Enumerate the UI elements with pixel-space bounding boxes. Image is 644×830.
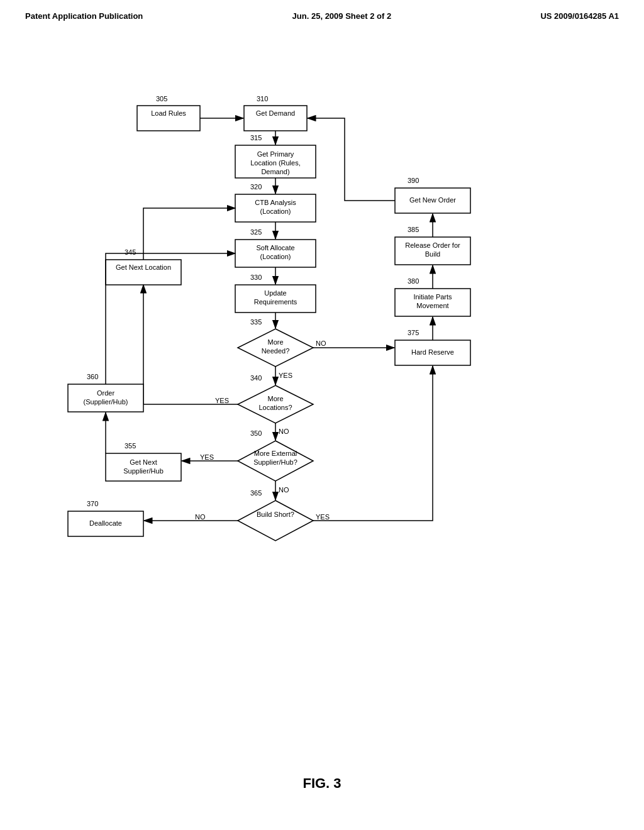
svg-text:355: 355: [125, 442, 136, 450]
svg-text:330: 330: [250, 274, 262, 281]
svg-text:Supplier/Hub?: Supplier/Hub?: [253, 458, 297, 466]
svg-text:375: 375: [408, 329, 419, 336]
svg-text:Order: Order: [97, 389, 114, 397]
svg-text:380: 380: [408, 277, 419, 285]
svg-text:325: 325: [250, 228, 262, 236]
svg-text:Build Short?: Build Short?: [257, 511, 294, 518]
svg-text:CTB Analysis: CTB Analysis: [255, 199, 296, 206]
svg-text:320: 320: [250, 183, 262, 191]
svg-text:YES: YES: [200, 453, 214, 461]
svg-text:Initiate Parts: Initiate Parts: [413, 293, 452, 301]
svg-text:Hard Reserve: Hard Reserve: [411, 348, 454, 356]
node-355: 355 Get Next Supplier/Hub: [106, 442, 181, 481]
header-center: Jun. 25, 2009 Sheet 2 of 2: [292, 11, 392, 21]
node-310: 310 Get Demand: [244, 95, 307, 131]
svg-text:Requirements: Requirements: [254, 298, 297, 306]
svg-text:YES: YES: [316, 513, 330, 521]
svg-text:(Location): (Location): [260, 253, 291, 260]
svg-text:345: 345: [125, 248, 136, 256]
svg-text:YES: YES: [215, 397, 229, 404]
svg-text:Deallocate: Deallocate: [89, 519, 122, 527]
svg-text:350: 350: [250, 429, 262, 437]
node-390: 390 Get New Order: [395, 177, 470, 213]
svg-text:340: 340: [250, 374, 262, 382]
svg-text:335: 335: [250, 318, 262, 326]
svg-text:Locations?: Locations?: [258, 404, 292, 411]
svg-text:Demand): Demand): [261, 168, 289, 175]
svg-text:YES: YES: [279, 372, 292, 379]
fig-label: FIG. 3: [0, 769, 644, 804]
svg-text:NO: NO: [195, 513, 206, 521]
svg-text:365: 365: [250, 489, 262, 497]
svg-text:Update: Update: [264, 289, 286, 297]
node-305: 305 Load Rules: [137, 95, 200, 131]
svg-text:390: 390: [408, 177, 419, 184]
svg-text:310: 310: [257, 95, 268, 102]
svg-text:Get Next: Get Next: [130, 458, 157, 466]
svg-text:Movement: Movement: [416, 302, 448, 309]
svg-text:Load Rules: Load Rules: [151, 109, 186, 117]
header-left: Patent Application Publication: [25, 11, 143, 21]
svg-text:Needed?: Needed?: [262, 347, 290, 355]
svg-text:Release Order for: Release Order for: [405, 241, 460, 249]
svg-text:(Supplier/Hub): (Supplier/Hub): [84, 398, 128, 406]
svg-text:NO: NO: [279, 428, 289, 435]
svg-text:NO: NO: [279, 486, 289, 494]
header-right: US 2009/0164285 A1: [540, 11, 619, 21]
svg-text:Get Demand: Get Demand: [256, 109, 295, 117]
svg-text:305: 305: [156, 95, 167, 102]
svg-text:360: 360: [87, 373, 98, 380]
svg-text:(Location): (Location): [260, 208, 291, 215]
svg-text:385: 385: [408, 226, 419, 233]
svg-text:More External: More External: [254, 450, 297, 457]
svg-text:Get New Order: Get New Order: [409, 196, 456, 204]
page-header: Patent Application Publication Jun. 25, …: [0, 0, 644, 27]
svg-text:Supplier/Hub: Supplier/Hub: [123, 467, 164, 475]
diagram-area: 305 Load Rules 310 Get Demand 315 Get Pr…: [0, 27, 644, 769]
svg-text:More: More: [267, 395, 283, 402]
svg-text:370: 370: [87, 500, 98, 507]
page: Patent Application Publication Jun. 25, …: [0, 0, 644, 830]
svg-text:Location (Rules,: Location (Rules,: [250, 159, 301, 167]
node-370: 370 Deallocate: [68, 500, 143, 536]
svg-marker-63: [238, 501, 313, 541]
svg-text:More: More: [267, 338, 283, 346]
svg-text:NO: NO: [316, 340, 326, 347]
flowchart-svg: 305 Load Rules 310 Get Demand 315 Get Pr…: [0, 27, 644, 769]
svg-text:Soft Allocate: Soft Allocate: [256, 244, 294, 252]
svg-text:Build: Build: [425, 250, 440, 258]
svg-text:Get Primary: Get Primary: [257, 150, 294, 158]
svg-text:Get Next Location: Get Next Location: [116, 263, 171, 271]
svg-text:315: 315: [250, 134, 262, 141]
